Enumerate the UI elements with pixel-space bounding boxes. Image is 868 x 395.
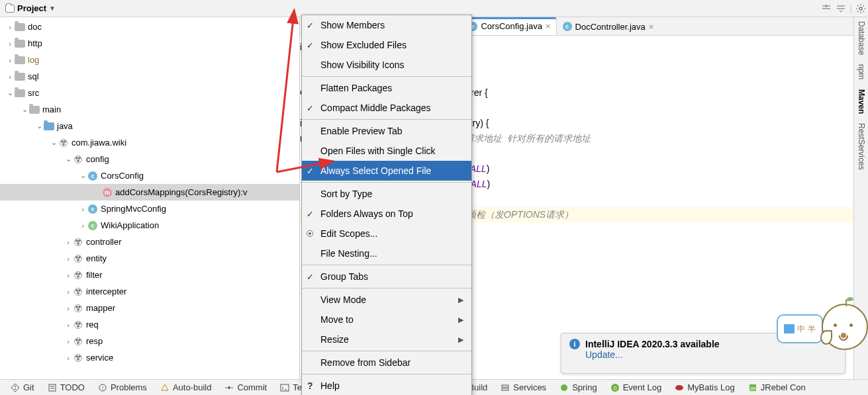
- tree-item[interactable]: maddCorsMappings(CorsRegistry):v: [0, 184, 299, 200]
- menu-item-label: Edit Scopes...: [320, 228, 377, 239]
- chevron-icon[interactable]: ›: [5, 40, 15, 48]
- toolwindow-label: Spring: [572, 382, 597, 392]
- chevron-icon[interactable]: ›: [78, 222, 87, 230]
- chevron-icon[interactable]: ›: [64, 337, 73, 345]
- toolwindow-spring[interactable]: Spring: [553, 382, 604, 392]
- toolwindow-commit[interactable]: Commit: [218, 382, 273, 392]
- menu-item[interactable]: Move to▶: [302, 310, 471, 329]
- menu-item[interactable]: Remove from Sidebar: [302, 353, 471, 373]
- check-icon: ✓: [307, 209, 314, 219]
- close-icon[interactable]: ×: [649, 22, 654, 32]
- menu-item[interactable]: Resize▶: [302, 329, 471, 349]
- tree-item[interactable]: ›service: [0, 349, 299, 366]
- chevron-icon[interactable]: ›: [64, 271, 73, 279]
- toolwindow-jrebel[interactable]: JRJRebel Con: [742, 382, 812, 392]
- tree-item[interactable]: ›sql: [0, 68, 299, 85]
- menu-item[interactable]: View Mode▶: [302, 290, 471, 310]
- tree-item[interactable]: ⌄com.jiawa.wiki: [0, 134, 299, 151]
- git-icon: [11, 383, 20, 392]
- toolwindow-todo[interactable]: TODO: [41, 382, 91, 392]
- menu-item[interactable]: Show Visibility Icons: [302, 55, 471, 75]
- chevron-icon[interactable]: ›: [5, 73, 15, 81]
- menu-item[interactable]: ✓Show Excluded Files: [302, 35, 471, 55]
- svg-point-2: [15, 388, 16, 390]
- tree-item[interactable]: ⌄src: [0, 85, 299, 101]
- editor-tab[interactable]: cDocController.java×: [557, 17, 660, 35]
- svg-point-13: [561, 384, 567, 391]
- menu-item[interactable]: Flatten Packages: [302, 78, 471, 98]
- chevron-icon[interactable]: ›: [64, 304, 73, 312]
- toolwindow-services[interactable]: Services: [494, 382, 553, 392]
- chevron-icon[interactable]: ›: [78, 205, 87, 213]
- svg-rect-3: [49, 384, 56, 391]
- tree-item[interactable]: ›http: [0, 35, 299, 52]
- tree-item[interactable]: ⌄main: [0, 101, 299, 118]
- tree-item[interactable]: ›filter: [0, 267, 299, 283]
- project-folder-icon: [5, 5, 15, 13]
- chevron-icon[interactable]: ›: [64, 321, 73, 329]
- collapse-all-icon[interactable]: [834, 1, 848, 16]
- toolwindow-problems[interactable]: !Problems: [91, 382, 154, 392]
- toolwindow-auto[interactable]: Auto-build: [154, 382, 218, 392]
- right-tool-restservices[interactable]: RestServices: [857, 123, 866, 170]
- tree-item-label: filter: [86, 270, 103, 280]
- menu-item[interactable]: ✓Compact Middle Packages: [302, 98, 471, 118]
- tree-item-label: addCorsMappings(CorsRegistry):v: [115, 187, 247, 197]
- chevron-icon[interactable]: ⌄: [64, 155, 73, 163]
- right-tool-maven[interactable]: Maven: [857, 89, 866, 114]
- menu-item[interactable]: ✓Folders Always on Top: [302, 204, 471, 224]
- notif-link[interactable]: Update...: [585, 349, 623, 360]
- tree-item[interactable]: ›cWikiApplication: [0, 217, 299, 234]
- tree-item[interactable]: ›intercepter: [0, 283, 299, 300]
- tree-item[interactable]: ›doc: [0, 19, 299, 35]
- project-label[interactable]: Project ▼: [0, 3, 61, 13]
- menu-item[interactable]: ?Help: [302, 376, 471, 395]
- chevron-icon[interactable]: ›: [64, 354, 73, 362]
- gear-icon[interactable]: [853, 1, 868, 16]
- right-tool-database[interactable]: Database: [857, 21, 866, 55]
- chevron-icon[interactable]: ⌄: [49, 138, 58, 147]
- menu-item[interactable]: Edit Scopes...: [302, 224, 471, 243]
- chevron-icon[interactable]: ›: [5, 56, 15, 64]
- toolwindow-event[interactable]: 0Event Log: [604, 382, 669, 392]
- project-label-text: Project: [17, 3, 46, 13]
- menu-item[interactable]: Enable Preview Tab: [302, 121, 471, 141]
- expand-all-icon[interactable]: [819, 1, 834, 16]
- toolwindow-mybatis[interactable]: MyBatis Log: [668, 382, 742, 392]
- tree-item[interactable]: ›cSpringMvcConfig: [0, 200, 299, 217]
- tree-item[interactable]: ›req: [0, 316, 299, 333]
- menu-item-label: Show Visibility Icons: [320, 60, 405, 70]
- menu-item[interactable]: Sort by Type: [302, 184, 471, 204]
- chevron-icon[interactable]: ›: [5, 23, 15, 31]
- menu-item[interactable]: File Nesting...: [302, 243, 471, 263]
- tree-item[interactable]: ›resp: [0, 333, 299, 349]
- project-tree[interactable]: ›doc›http›log›sql⌄src⌄main⌄java⌄com.jiaw…: [0, 17, 300, 379]
- editor-tab[interactable]: cCorsConfig.java×: [462, 17, 556, 35]
- chevron-icon[interactable]: ›: [64, 255, 73, 263]
- menu-item[interactable]: ✓Group Tabs: [302, 267, 471, 286]
- chevron-icon[interactable]: ⌄: [78, 171, 87, 180]
- chevron-icon[interactable]: ›: [64, 238, 73, 246]
- tree-item[interactable]: ›log: [0, 52, 299, 68]
- chevron-icon[interactable]: ⌄: [34, 122, 44, 130]
- right-tool-npm[interactable]: npm: [857, 64, 866, 79]
- tree-item[interactable]: ›controller: [0, 234, 299, 250]
- menu-item-label: Flatten Packages: [320, 83, 392, 93]
- tree-item[interactable]: ›entity: [0, 250, 299, 267]
- menu-item[interactable]: ✓Show Members: [302, 15, 471, 35]
- menu-item[interactable]: ✓Always Select Opened File: [302, 161, 471, 181]
- tree-item[interactable]: ⌄config: [0, 151, 299, 167]
- tree-item[interactable]: ⌄cCorsConfig: [0, 167, 299, 184]
- tree-item[interactable]: ⌄java: [0, 118, 299, 134]
- tree-item[interactable]: ›mapper: [0, 300, 299, 316]
- check-icon: ✓: [307, 272, 314, 282]
- tree-item-label: config: [86, 154, 109, 164]
- chevron-icon[interactable]: ⌄: [5, 89, 15, 97]
- menu-item-label: Open Files with Single Click: [320, 146, 436, 156]
- close-icon[interactable]: ×: [546, 21, 551, 31]
- toolwindow-git[interactable]: Git: [4, 382, 41, 392]
- chevron-icon[interactable]: ›: [64, 288, 73, 296]
- chevron-icon[interactable]: ⌄: [20, 105, 29, 114]
- menu-item[interactable]: Open Files with Single Click: [302, 141, 471, 161]
- divider-icon: |: [848, 1, 853, 16]
